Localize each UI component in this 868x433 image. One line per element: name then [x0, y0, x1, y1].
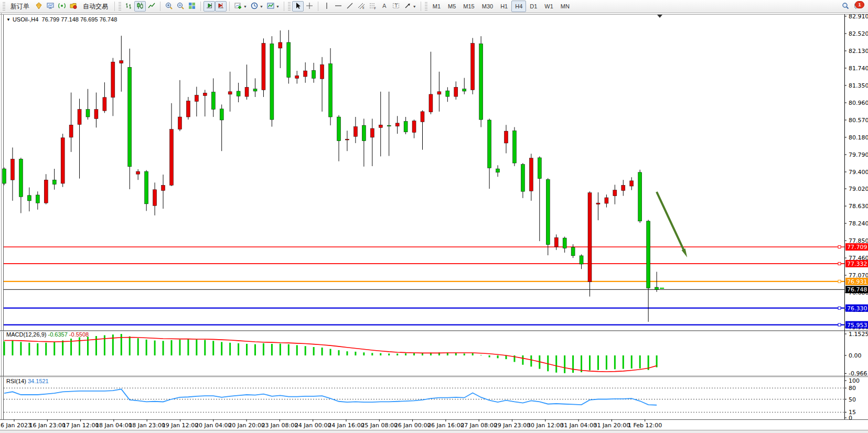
candle [237, 91, 240, 96]
notifications-button[interactable]: 1 [851, 1, 864, 12]
candle [78, 110, 81, 125]
folder-icon [69, 2, 78, 12]
time-axis-label: 29 Jan 23:00 [494, 422, 531, 429]
signal-button[interactable] [56, 1, 68, 12]
candle [228, 92, 232, 94]
zoom-out-button[interactable] [175, 1, 186, 12]
new-order-button[interactable]: 新订单 [7, 1, 33, 12]
fibonacci-button[interactable]: F [367, 1, 379, 12]
candle [270, 44, 274, 120]
time-axis-label: 18 Jan 04:00 [95, 422, 132, 429]
bar-chart-icon [124, 2, 133, 12]
candle [278, 42, 282, 48]
level-handle[interactable] [838, 262, 841, 265]
tab-timeframe-H4[interactable]: H4 [511, 1, 526, 12]
time-axis-label: 25 Jan 08:00 [361, 422, 398, 429]
auto-scroll-button[interactable] [203, 1, 215, 12]
vertical-line-icon [323, 2, 331, 12]
tab-timeframe-MN[interactable]: MN [557, 1, 573, 12]
symbol-dropdown-icon[interactable]: ▼ [6, 17, 10, 22]
candle [245, 87, 249, 96]
candle [638, 172, 642, 221]
candle [429, 94, 433, 112]
market-watch-button[interactable] [45, 1, 56, 12]
price-label-text: 77.709 [847, 244, 867, 251]
trendline-button[interactable] [344, 1, 356, 12]
fibonacci-icon: F [369, 2, 377, 12]
new-order-label: 新订单 [10, 2, 29, 11]
price-tick-label: 81.740 [849, 65, 868, 72]
toolbar-right: 1 [840, 1, 868, 12]
candle [94, 110, 98, 119]
chart-shift-button[interactable] [215, 1, 227, 12]
candle [262, 44, 265, 90]
level-handle[interactable] [838, 280, 841, 283]
crosshair-button[interactable] [304, 1, 315, 12]
rsi-tick-label: 50 [849, 396, 856, 403]
toolbar-separator [229, 2, 230, 11]
vertical-line-button[interactable] [321, 1, 333, 12]
price-tick-label: 79.400 [849, 169, 868, 176]
zoom-out-icon [176, 2, 185, 12]
candle [387, 125, 391, 126]
tab-timeframe-M30[interactable]: M30 [478, 1, 497, 12]
level-handle[interactable] [838, 246, 841, 248]
candle [337, 117, 341, 141]
candlestick-chart-button[interactable] [134, 1, 146, 12]
time-axis-label: 31 Jan 04:00 [560, 422, 597, 429]
candle [329, 64, 333, 117]
time-axis-label: 31 Jan 20:00 [594, 422, 630, 429]
candle [61, 138, 65, 183]
candle [220, 109, 223, 120]
candle [479, 44, 483, 120]
time-axis-label: 27 Jan 08:00 [460, 422, 497, 429]
symbol-info-text: USOil-,H4 76.799 77.148 76.695 76.748 [13, 16, 117, 23]
tab-timeframe-W1[interactable]: W1 [541, 1, 557, 12]
candle [304, 71, 307, 77]
expert-folder-button[interactable] [68, 1, 79, 12]
chevron-down-icon: ▼ [276, 5, 280, 8]
candle [529, 158, 533, 191]
level-handle[interactable] [838, 323, 841, 326]
price-label-text: 77.332 [847, 261, 867, 267]
time-axis-label: 24 Jan 16:00 [328, 422, 365, 429]
arrows-button[interactable]: ▼ [402, 1, 418, 12]
text-label-button[interactable]: T [390, 1, 402, 12]
rsi-tick-label: 100 [849, 377, 860, 384]
bar-chart-button[interactable] [123, 1, 134, 12]
price-tick-label: 78.240 [849, 220, 868, 227]
toolbar-group-chart-type [116, 0, 159, 13]
search-icon [841, 2, 850, 12]
price-tick-label: 81.350 [849, 82, 868, 89]
channel-button[interactable]: E [356, 1, 367, 12]
level-handle[interactable] [838, 307, 841, 309]
price-label-text: 76.330 [847, 305, 867, 312]
gem-button[interactable] [33, 1, 45, 12]
candle [647, 221, 650, 288]
candle [421, 112, 424, 122]
trading-terminal: 新订单 自动 [0, 0, 868, 433]
horizontal-line-button[interactable] [333, 1, 344, 12]
candle [145, 171, 148, 204]
macd-tick-label: 0.00 [849, 352, 862, 359]
candle [437, 92, 441, 94]
candle [563, 238, 566, 248]
autotrading-button[interactable]: 自动交易 [79, 1, 112, 12]
tab-timeframe-M15[interactable]: M15 [459, 1, 478, 12]
chart-canvas[interactable]: 82.91082.52082.13081.74081.35080.96080.5… [0, 0, 868, 433]
tab-timeframe-M5[interactable]: M5 [444, 1, 459, 12]
indicators-button[interactable]: ▼ [232, 1, 249, 12]
price-tick-label: 82.910 [849, 13, 868, 20]
search-button[interactable] [840, 1, 851, 12]
tab-timeframe-D1[interactable]: D1 [526, 1, 541, 12]
periods-button[interactable]: ▼ [249, 1, 265, 12]
tab-timeframe-M1[interactable]: M1 [429, 1, 444, 12]
text-button[interactable]: A [379, 1, 390, 12]
tile-windows-button[interactable] [186, 1, 198, 12]
line-chart-button[interactable] [146, 1, 157, 12]
cursor-button[interactable] [292, 1, 304, 12]
tab-timeframe-H1[interactable]: H1 [497, 1, 511, 12]
templates-button[interactable]: ▼ [265, 1, 281, 12]
zoom-in-button[interactable] [163, 1, 175, 12]
toolbar-group-scroll [202, 0, 228, 13]
